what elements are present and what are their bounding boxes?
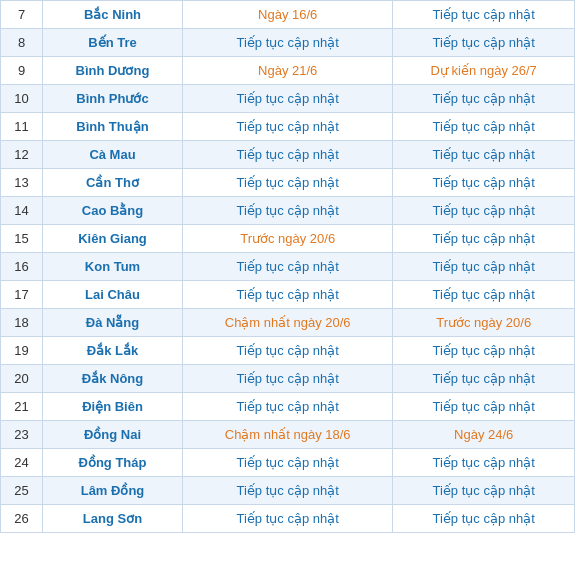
col4-value: Tiếp tục cập nhật — [393, 449, 575, 477]
row-number: 16 — [1, 253, 43, 281]
col3-value: Tiếp tục cập nhật — [183, 197, 393, 225]
col4-value: Tiếp tục cập nhật — [393, 225, 575, 253]
province-name: Đồng Nai — [43, 421, 183, 449]
row-number: 13 — [1, 169, 43, 197]
col4-value: Tiếp tục cập nhật — [393, 393, 575, 421]
col3-value: Tiếp tục cập nhật — [183, 505, 393, 533]
col3-value: Chậm nhất ngày 18/6 — [183, 421, 393, 449]
col3-value: Tiếp tục cập nhật — [183, 85, 393, 113]
col4-value: Tiếp tục cập nhật — [393, 197, 575, 225]
province-name: Đắk Lắk — [43, 337, 183, 365]
province-name: Kiên Giang — [43, 225, 183, 253]
row-number: 26 — [1, 505, 43, 533]
col3-value: Tiếp tục cập nhật — [183, 113, 393, 141]
col4-value: Tiếp tục cập nhật — [393, 253, 575, 281]
row-number: 15 — [1, 225, 43, 253]
main-table: 7Bắc NinhNgày 16/6Tiếp tục cập nhật8Bến … — [0, 0, 575, 533]
col3-value: Ngày 16/6 — [183, 1, 393, 29]
col3-value: Tiếp tục cập nhật — [183, 169, 393, 197]
row-number: 19 — [1, 337, 43, 365]
row-number: 12 — [1, 141, 43, 169]
province-name: Đắk Nông — [43, 365, 183, 393]
row-number: 7 — [1, 1, 43, 29]
col4-value: Tiếp tục cập nhật — [393, 1, 575, 29]
col3-value: Tiếp tục cập nhật — [183, 29, 393, 57]
col4-value: Dự kiến ngày 26/7 — [393, 57, 575, 85]
row-number: 17 — [1, 281, 43, 309]
row-number: 10 — [1, 85, 43, 113]
row-number: 18 — [1, 309, 43, 337]
col3-value: Tiếp tục cập nhật — [183, 141, 393, 169]
col3-value: Tiếp tục cập nhật — [183, 337, 393, 365]
col4-value: Tiếp tục cập nhật — [393, 29, 575, 57]
row-number: 11 — [1, 113, 43, 141]
col4-value: Tiếp tục cập nhật — [393, 141, 575, 169]
province-name: Cần Thơ — [43, 169, 183, 197]
province-name: Bình Phước — [43, 85, 183, 113]
province-name: Lang Sơn — [43, 505, 183, 533]
row-number: 9 — [1, 57, 43, 85]
province-name: Lai Châu — [43, 281, 183, 309]
col4-value: Tiếp tục cập nhật — [393, 337, 575, 365]
col4-value: Trước ngày 20/6 — [393, 309, 575, 337]
row-number: 23 — [1, 421, 43, 449]
col3-value: Tiếp tục cập nhật — [183, 253, 393, 281]
col4-value: Tiếp tục cập nhật — [393, 281, 575, 309]
province-name: Điện Biên — [43, 393, 183, 421]
province-name: Đồng Tháp — [43, 449, 183, 477]
col4-value: Tiếp tục cập nhật — [393, 169, 575, 197]
col3-value: Tiếp tục cập nhật — [183, 477, 393, 505]
col3-value: Tiếp tục cập nhật — [183, 281, 393, 309]
row-number: 21 — [1, 393, 43, 421]
province-name: Kon Tum — [43, 253, 183, 281]
col3-value: Ngày 21/6 — [183, 57, 393, 85]
row-number: 8 — [1, 29, 43, 57]
col4-value: Tiếp tục cập nhật — [393, 85, 575, 113]
col3-value: Tiếp tục cập nhật — [183, 393, 393, 421]
row-number: 14 — [1, 197, 43, 225]
col4-value: Ngày 24/6 — [393, 421, 575, 449]
row-number: 20 — [1, 365, 43, 393]
col4-value: Tiếp tục cập nhật — [393, 113, 575, 141]
province-name: Cao Bằng — [43, 197, 183, 225]
row-number: 25 — [1, 477, 43, 505]
col4-value: Tiếp tục cập nhật — [393, 477, 575, 505]
col3-value: Tiếp tục cập nhật — [183, 365, 393, 393]
province-name: Bến Tre — [43, 29, 183, 57]
col4-value: Tiếp tục cập nhật — [393, 505, 575, 533]
province-name: Cà Mau — [43, 141, 183, 169]
province-name: Bình Dương — [43, 57, 183, 85]
col3-value: Trước ngày 20/6 — [183, 225, 393, 253]
province-name: Bình Thuận — [43, 113, 183, 141]
col3-value: Chậm nhất ngày 20/6 — [183, 309, 393, 337]
province-name: Bắc Ninh — [43, 1, 183, 29]
province-name: Đà Nẵng — [43, 309, 183, 337]
col4-value: Tiếp tục cập nhật — [393, 365, 575, 393]
col3-value: Tiếp tục cập nhật — [183, 449, 393, 477]
province-name: Lâm Đồng — [43, 477, 183, 505]
row-number: 24 — [1, 449, 43, 477]
